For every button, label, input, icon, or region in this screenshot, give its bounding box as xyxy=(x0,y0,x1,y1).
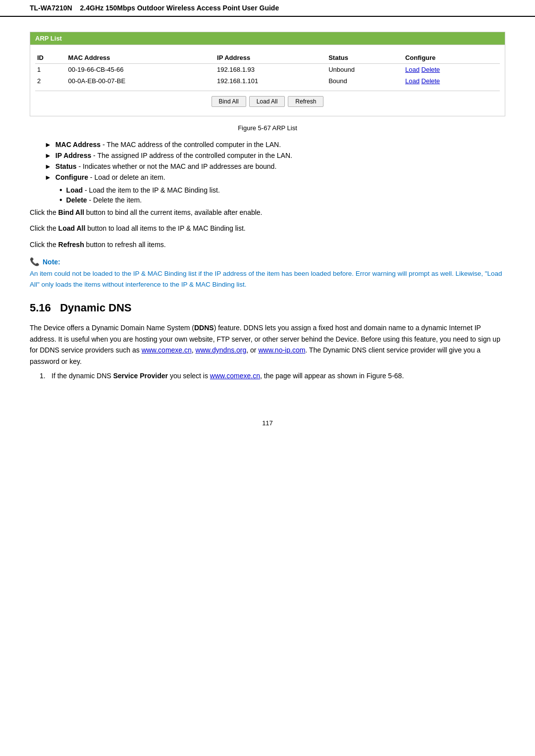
arp-list-box: ARP List ID MAC Address IP Address Statu… xyxy=(30,32,505,116)
col-mac: MAC Address xyxy=(66,52,215,64)
sub-item-load: • Load - Load the item to the IP & MAC B… xyxy=(59,186,505,194)
load-all-button[interactable]: Load All xyxy=(249,96,285,107)
note-icon: 📞 xyxy=(30,257,40,266)
item-number: 1. xyxy=(40,372,52,380)
load-text: Load - Load the item to the IP & MAC Bin… xyxy=(66,186,220,194)
status-text: Status - Indicates whether or not the MA… xyxy=(55,162,276,170)
arrow-icon: ► xyxy=(45,173,52,181)
link-noip[interactable]: www.no-ip.com xyxy=(258,346,305,354)
list-item-1: 1. If the dynamic DNS Service Provider y… xyxy=(30,372,505,380)
configure-link-delete[interactable]: Delete xyxy=(422,66,440,73)
link-dyndns[interactable]: www.dyndns.org xyxy=(196,346,247,354)
link-comexe[interactable]: www.comexe.cn xyxy=(142,346,192,354)
configure-text: Configure - Load or delete an item. xyxy=(55,173,165,181)
load-all-para: Click the Load All button to load all it… xyxy=(30,223,505,234)
item-text: If the dynamic DNS Service Provider you … xyxy=(52,372,404,380)
refresh-button[interactable]: Refresh xyxy=(288,96,323,107)
main-bullet-list: ► MAC Address - The MAC address of the c… xyxy=(30,141,505,181)
table-row: 100-19-66-CB-45-66192.168.1.93UnboundLoa… xyxy=(35,64,500,76)
page-title: 2.4GHz 150Mbps Outdoor Wireless Access P… xyxy=(80,4,279,12)
table-header-row: ID MAC Address IP Address Status Configu… xyxy=(35,52,500,64)
bullet-dot: • xyxy=(59,186,62,194)
cell-ip: 192.168.1.93 xyxy=(215,64,326,76)
cell-configure: Load Delete xyxy=(403,75,500,87)
list-item-mac: ► MAC Address - The MAC address of the c… xyxy=(30,141,505,149)
arrow-icon: ► xyxy=(45,151,52,159)
arrow-icon: ► xyxy=(45,162,52,170)
configure-link-load[interactable]: Load xyxy=(405,66,420,73)
sub-item-delete: • Delete - Delete the item. xyxy=(59,196,505,204)
col-id: ID xyxy=(35,52,66,64)
numbered-list: 1. If the dynamic DNS Service Provider y… xyxy=(30,372,505,380)
arrow-icon: ► xyxy=(45,141,52,149)
arp-table: ID MAC Address IP Address Status Configu… xyxy=(35,52,500,87)
button-row: Bind All Load All Refresh xyxy=(35,91,500,111)
section-heading: 5.16 Dynamic DNS xyxy=(30,302,505,314)
main-content: ARP List ID MAC Address IP Address Statu… xyxy=(0,17,535,400)
configure-link-load[interactable]: Load xyxy=(405,77,420,85)
note-label: 📞 Note: xyxy=(30,257,505,266)
col-configure: Configure xyxy=(403,52,500,64)
page-header: TL-WA7210N 2.4GHz 150Mbps Outdoor Wirele… xyxy=(0,0,535,17)
cell-ip: 192.168.1.101 xyxy=(215,75,326,87)
list-item-status: ► Status - Indicates whether or not the … xyxy=(30,162,505,170)
mac-text: MAC Address - The MAC address of the con… xyxy=(55,141,281,149)
bind-all-button[interactable]: Bind All xyxy=(212,96,246,107)
cell-mac: 00-19-66-CB-45-66 xyxy=(66,64,215,76)
arp-table-area: ID MAC Address IP Address Status Configu… xyxy=(30,45,505,116)
cell-configure: Load Delete xyxy=(403,64,500,76)
cell-id: 2 xyxy=(35,75,66,87)
model-label: TL-WA7210N xyxy=(30,4,72,12)
ip-text: IP Address - The assigned IP address of … xyxy=(55,151,292,159)
note-text: An item could not be loaded to the IP & … xyxy=(30,268,505,290)
bind-all-para: Click the Bind All button to bind all th… xyxy=(30,207,505,218)
figure-caption: Figure 5-67 ARP List xyxy=(30,124,505,132)
table-row: 200-0A-EB-00-07-BE192.168.1.101BoundLoad… xyxy=(35,75,500,87)
col-ip: IP Address xyxy=(215,52,326,64)
sub-bullet-list: • Load - Load the item to the IP & MAC B… xyxy=(59,186,505,204)
configure-link-delete[interactable]: Delete xyxy=(422,77,440,85)
bullet-dot: • xyxy=(59,196,62,204)
section-para: The Device offers a Dynamic Domain Name … xyxy=(30,322,505,367)
cell-status: Unbound xyxy=(326,64,403,76)
col-status: Status xyxy=(326,52,403,64)
section-number: 5.16 xyxy=(30,302,51,314)
cell-status: Bound xyxy=(326,75,403,87)
list-item-ip: ► IP Address - The assigned IP address o… xyxy=(30,151,505,159)
refresh-para: Click the Refresh button to refresh all … xyxy=(30,239,505,250)
section-title: Dynamic DNS xyxy=(60,302,131,314)
note-title: Note: xyxy=(43,258,60,266)
page-number: 117 xyxy=(0,419,535,427)
cell-id: 1 xyxy=(35,64,66,76)
arp-box-title: ARP List xyxy=(30,32,505,45)
link-comexe2[interactable]: www.comexe.cn xyxy=(210,372,260,380)
list-item-configure: ► Configure - Load or delete an item. xyxy=(30,173,505,181)
delete-text: Delete - Delete the item. xyxy=(66,196,142,204)
cell-mac: 00-0A-EB-00-07-BE xyxy=(66,75,215,87)
